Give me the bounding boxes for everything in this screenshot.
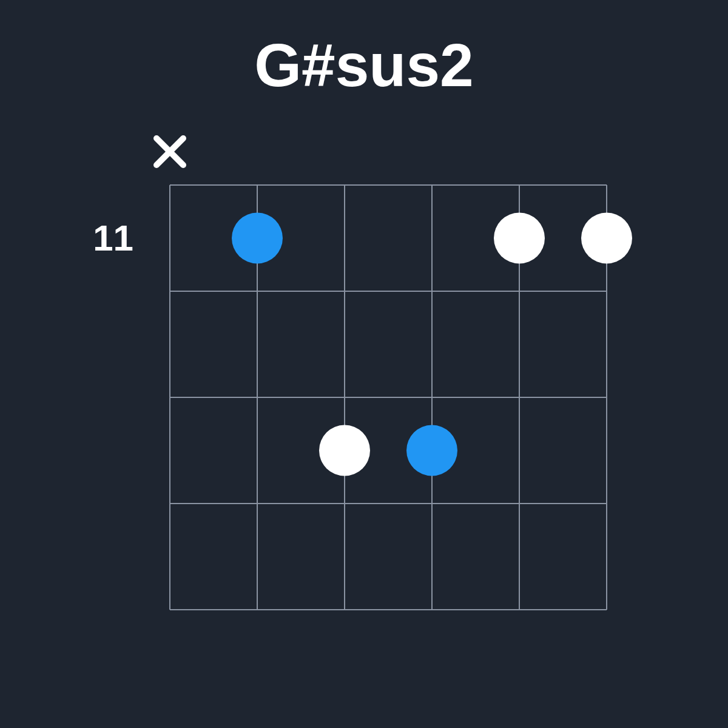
root-note-dot bbox=[232, 213, 283, 264]
note-dot bbox=[581, 213, 632, 264]
chord-title: G#sus2 bbox=[0, 0, 728, 100]
starting-fret-label: 11 bbox=[93, 218, 133, 258]
note-dot bbox=[319, 425, 370, 476]
mute-icon bbox=[157, 138, 183, 165]
root-note-dot bbox=[406, 425, 457, 476]
chord-diagram: 11 bbox=[0, 100, 728, 646]
note-dot bbox=[494, 213, 545, 264]
